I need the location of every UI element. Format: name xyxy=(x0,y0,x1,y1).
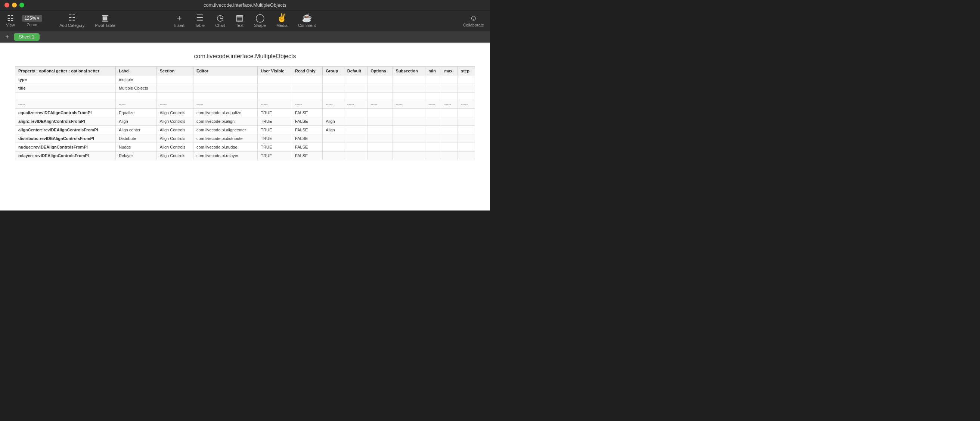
col-header-read-only: Read Only xyxy=(292,67,323,75)
sheet-bar: + Sheet 1 xyxy=(0,31,490,43)
text-btn[interactable]: ▤ Text xyxy=(235,14,243,28)
table-cell xyxy=(393,92,425,100)
table-cell: ----- xyxy=(441,100,458,109)
table-cell: Align Controls xyxy=(156,109,193,117)
table-cell xyxy=(425,92,441,100)
table-cell xyxy=(368,84,393,92)
table-cell xyxy=(368,109,393,117)
table-cell: Align xyxy=(323,117,344,126)
table-cell xyxy=(441,92,458,100)
toolbar-left: ☷ View 125% ▾ Zoom ☷ Add Category ▣ Pivo… xyxy=(6,14,126,28)
table-cell: relayer::revIDEAlignControlsFromPI xyxy=(15,151,116,160)
shape-btn[interactable]: ◯ Shape xyxy=(254,14,266,28)
comment-btn[interactable]: ☕ Comment xyxy=(298,14,316,28)
table-cell xyxy=(368,126,393,134)
table-cell xyxy=(425,84,441,92)
view-label: View xyxy=(6,23,15,27)
toolbar-right: ☺ Collaborate xyxy=(364,14,484,27)
table-cell: TRUE xyxy=(258,117,292,126)
table-btn[interactable]: ☰ Table xyxy=(195,14,205,28)
zoom-button[interactable]: 125% ▾ xyxy=(22,15,43,22)
table-cell: ----- xyxy=(458,100,475,109)
table-cell xyxy=(258,92,292,100)
table-cell xyxy=(441,126,458,134)
insert-btn[interactable]: ＋ Insert xyxy=(174,14,185,28)
zoom-label: Zoom xyxy=(27,22,37,27)
zoom-control[interactable]: 125% ▾ Zoom xyxy=(22,15,43,27)
table-cell xyxy=(323,92,344,100)
table-cell xyxy=(425,151,441,160)
text-icon: ▤ xyxy=(235,14,243,22)
table-cell xyxy=(194,84,258,92)
table-cell xyxy=(458,134,475,143)
pivot-table-icon: ▣ xyxy=(101,14,109,22)
pivot-table-btn[interactable]: ▣ Pivot Table xyxy=(95,14,115,28)
table-cell xyxy=(156,84,193,92)
col-header-min: min xyxy=(425,67,441,75)
table-row: titleMultiple Objects xyxy=(15,84,475,92)
table-cell: ----- xyxy=(344,100,367,109)
table-cell: nudge::revIDEAlignControlsFromPI xyxy=(15,143,116,151)
table-cell: ----- xyxy=(368,100,393,109)
table-cell xyxy=(441,151,458,160)
media-label: Media xyxy=(276,23,288,28)
table-cell xyxy=(368,151,393,160)
table-cell: Align center xyxy=(116,126,157,134)
table-cell xyxy=(368,143,393,151)
collaborate-btn[interactable]: ☺ Collaborate xyxy=(463,14,484,27)
media-btn[interactable]: ✌ Media xyxy=(276,14,288,28)
insert-icon: ＋ xyxy=(175,14,183,22)
table-cell xyxy=(292,75,323,84)
table-cell: align::revIDEAlignControlsFromPI xyxy=(15,117,116,126)
table-cell: ----- xyxy=(156,100,193,109)
table-cell xyxy=(258,84,292,92)
col-header-property: Property : optional getter : optional se… xyxy=(15,67,116,75)
table-cell xyxy=(393,109,425,117)
table-cell: alignCenter::revIDEAlignControlsFromPI xyxy=(15,126,116,134)
table-cell: ----- xyxy=(194,100,258,109)
table-cell xyxy=(344,126,367,134)
chart-btn[interactable]: ◷ Chart xyxy=(215,14,225,28)
add-category-btn[interactable]: ☷ Add Category xyxy=(59,14,84,28)
table-cell xyxy=(441,134,458,143)
table-cell xyxy=(194,75,258,84)
view-control[interactable]: ☷ View xyxy=(6,14,15,27)
table-cell xyxy=(323,143,344,151)
table-header-row: Property : optional getter : optional se… xyxy=(15,67,475,75)
col-header-user-visible: User Visible xyxy=(258,67,292,75)
add-category-icon: ☷ xyxy=(68,14,76,22)
table-cell: com.livecode.pi.align xyxy=(194,117,258,126)
table-cell xyxy=(344,143,367,151)
table-cell: distribute::revIDEAlignControlsFromPI xyxy=(15,134,116,143)
col-header-default: Default xyxy=(344,67,367,75)
shape-label: Shape xyxy=(254,23,266,28)
table-cell xyxy=(344,117,367,126)
table-row xyxy=(15,92,475,100)
toolbar-center: ＋ Insert ☰ Table ◷ Chart ▤ Text ◯ Shape … xyxy=(126,14,364,28)
table-cell: Relayer xyxy=(116,151,157,160)
table-cell: Multiple Objects xyxy=(116,84,157,92)
table-row: relayer::revIDEAlignControlsFromPIRelaye… xyxy=(15,151,475,160)
table-cell xyxy=(458,143,475,151)
table-cell: title xyxy=(15,84,116,92)
table-cell: FALSE xyxy=(292,151,323,160)
add-sheet-button[interactable]: + xyxy=(4,33,11,40)
table-cell xyxy=(368,75,393,84)
minimize-button[interactable] xyxy=(12,3,17,8)
table-cell: ----- xyxy=(258,100,292,109)
close-button[interactable] xyxy=(5,3,10,8)
table-cell xyxy=(344,84,367,92)
maximize-button[interactable] xyxy=(19,3,24,8)
table-cell: com.livecode.pi.relayer xyxy=(194,151,258,160)
sheet-tab-1[interactable]: Sheet 1 xyxy=(14,33,40,41)
table-cell: Align xyxy=(116,117,157,126)
table-cell xyxy=(441,109,458,117)
table-cell xyxy=(156,92,193,100)
table-cell xyxy=(156,75,193,84)
table-cell xyxy=(323,75,344,84)
table-cell: Equalize xyxy=(116,109,157,117)
table-row: align::revIDEAlignControlsFromPIAlignAli… xyxy=(15,117,475,126)
table-cell xyxy=(323,84,344,92)
table-cell xyxy=(116,92,157,100)
table-cell xyxy=(194,92,258,100)
